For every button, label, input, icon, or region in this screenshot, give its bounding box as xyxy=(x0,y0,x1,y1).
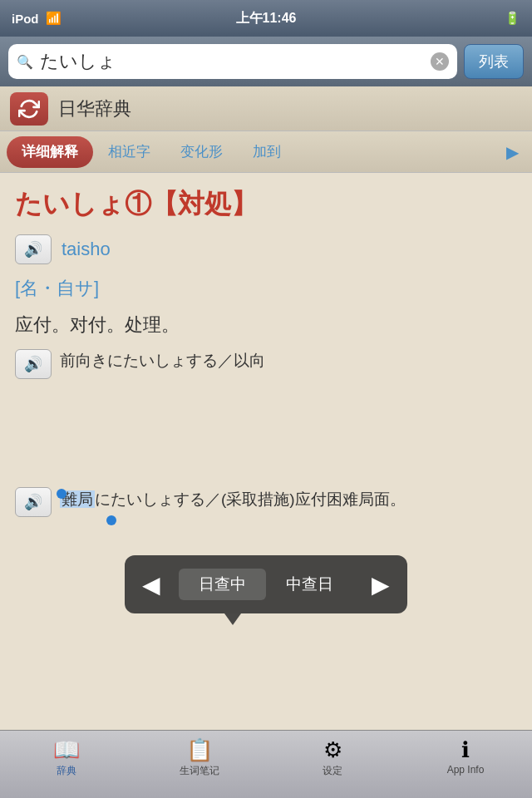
dict-popup: ◀ 日查中 中查日 ▶ xyxy=(125,555,407,613)
dict-popup-row: ◀ 日查中 中查日 ▶ xyxy=(125,565,407,603)
popup-option-jp-cn[interactable]: 日查中 xyxy=(179,569,266,600)
tab-bar: 📖 辞典 📋 生词笔记 ⚙ 设定 ℹ App Info xyxy=(0,730,532,798)
dictionary-tab-label: 辞典 xyxy=(57,764,76,778)
example-text-1: 前向きにたいしょする／以向 xyxy=(60,349,517,373)
example2-rest: にたいしょする／(采取措施)应付困难局面。 xyxy=(95,490,406,508)
appinfo-tab-label: App Info xyxy=(447,764,485,776)
settings-tab-label: 设定 xyxy=(323,764,342,778)
example-text-2: 難局にたいしょする／(采取措施)应付困难局面。 xyxy=(60,487,517,512)
search-clear-button[interactable]: ✕ xyxy=(431,52,449,71)
word-type: [名・自サ] xyxy=(15,276,517,301)
tab-appinfo[interactable]: ℹ App Info xyxy=(399,736,532,776)
tab-similar[interactable]: 相近字 xyxy=(93,136,165,168)
word-title: たいしょ①【対処】 xyxy=(15,186,517,223)
notes-tab-label: 生词笔记 xyxy=(180,764,219,778)
status-left: iPod 📶 xyxy=(12,11,62,26)
sub-nav: 详细解释 相近字 变化形 加到 ▶ xyxy=(0,131,532,173)
popup-next-button[interactable]: ▶ xyxy=(366,571,396,598)
status-time: 上午11:46 xyxy=(236,10,297,27)
selection-handle-bottom xyxy=(106,515,116,525)
tab-notes[interactable]: 📋 生词笔记 xyxy=(133,736,266,778)
speaker-button-2[interactable]: 🔊 xyxy=(15,349,52,379)
dict-name: 日华辞典 xyxy=(58,96,131,121)
list-button[interactable]: 列表 xyxy=(464,44,524,79)
status-bar: iPod 📶 上午11:46 🔋 xyxy=(0,0,532,37)
tab-settings[interactable]: ⚙ 设定 xyxy=(266,736,399,778)
dict-header: 日华辞典 xyxy=(0,86,532,131)
speaker-icon-3: 🔊 xyxy=(24,493,42,511)
romaji: taisho xyxy=(62,239,111,260)
search-icon: 🔍 xyxy=(17,54,33,70)
speaker-icon-2: 🔊 xyxy=(24,355,42,373)
search-input-container: 🔍 ✕ xyxy=(8,44,457,79)
example-row-2: 🔊 難局にたいしょする／(采取措施)应付困难局面。 xyxy=(15,487,517,517)
settings-tab-icon: ⚙ xyxy=(323,739,342,761)
notes-tab-icon: 📋 xyxy=(186,739,213,761)
tab-dictionary[interactable]: 📖 辞典 xyxy=(0,736,133,778)
dictionary-tab-icon: 📖 xyxy=(53,739,80,761)
refresh-icon xyxy=(18,98,40,120)
popup-prev-button[interactable]: ◀ xyxy=(136,571,166,598)
wifi-icon: 📶 xyxy=(46,11,62,26)
search-bar: 🔍 ✕ 列表 xyxy=(0,37,532,86)
popup-option-cn-jp[interactable]: 中查日 xyxy=(266,569,353,600)
speaker-icon: 🔊 xyxy=(24,240,42,259)
definition: 应付。对付。处理。 xyxy=(15,313,517,337)
speaker-button-1[interactable]: 🔊 xyxy=(15,234,52,264)
speaker-button-3[interactable]: 🔊 xyxy=(15,487,52,517)
battery-icon: 🔋 xyxy=(505,11,520,26)
popup-options: 日查中 中查日 xyxy=(179,569,353,600)
nav-arrow[interactable]: ▶ xyxy=(500,142,525,162)
selection-handle-top xyxy=(57,489,66,499)
main-content: たいしょ①【対処】 🔊 taisho [名・自サ] 应付。对付。处理。 🔊 前向… xyxy=(0,173,532,730)
pronunciation-row: 🔊 taisho xyxy=(15,234,517,264)
device-name: iPod xyxy=(12,12,39,26)
tab-addto[interactable]: 加到 xyxy=(238,136,296,168)
search-input[interactable] xyxy=(40,51,424,72)
refresh-button[interactable] xyxy=(10,92,48,126)
example-row-1: 🔊 前向きにたいしょする／以向 xyxy=(15,349,517,379)
tab-detailed[interactable]: 详细解释 xyxy=(7,136,93,168)
appinfo-tab-icon: ℹ xyxy=(461,739,470,761)
tab-conjugation[interactable]: 变化形 xyxy=(165,136,238,168)
